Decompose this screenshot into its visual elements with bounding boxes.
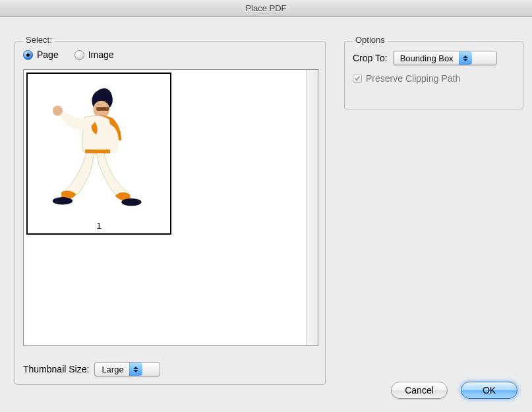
thumbnail-size-popup[interactable]: Large [94, 362, 160, 376]
select-group: Select: Page Image [15, 41, 326, 385]
check-icon [354, 75, 361, 82]
svg-rect-3 [85, 150, 110, 154]
popup-stepper-icon [129, 363, 142, 376]
page-radio-label: Page [37, 49, 59, 60]
options-group: Options Crop To: Bounding Box Preserve C… [344, 41, 523, 109]
svg-point-5 [121, 198, 141, 206]
select-mode-row: Page Image [23, 49, 114, 60]
crop-to-row: Crop To: Bounding Box [353, 51, 497, 65]
radio-indicator-icon [23, 50, 33, 60]
preserve-row: Preserve Clipping Path [353, 73, 460, 84]
artwork-icon [36, 84, 162, 210]
image-radio-label: Image [88, 49, 114, 60]
svg-point-2 [53, 105, 63, 115]
cancel-button[interactable]: Cancel [391, 382, 448, 399]
page-thumbnail-1[interactable]: 1 [26, 73, 171, 235]
thumbnail-size-value: Large [102, 365, 129, 374]
dialog-body: Select: Page Image [0, 17, 532, 412]
ok-button[interactable]: OK [461, 382, 517, 399]
preserve-label: Preserve Clipping Path [366, 73, 460, 84]
dialog-buttons: Cancel OK [391, 382, 517, 399]
page-thumbnails[interactable]: 1 [23, 69, 318, 346]
page-radio[interactable]: Page [23, 49, 59, 60]
options-legend: Options [353, 35, 388, 45]
scrollbar[interactable] [306, 70, 318, 345]
window-title: Place PDF [245, 3, 286, 13]
popup-stepper-icon [459, 51, 472, 65]
crop-to-label: Crop To: [353, 53, 388, 63]
svg-rect-1 [96, 107, 109, 111]
crop-to-value: Bounding Box [400, 53, 459, 63]
thumbnail-page-number: 1 [28, 220, 170, 231]
thumbnail-image [28, 74, 170, 220]
svg-point-4 [53, 197, 73, 204]
select-legend: Select: [23, 35, 55, 45]
thumbnail-size-label: Thumbnail Size: [23, 364, 89, 374]
cancel-button-label: Cancel [405, 385, 434, 396]
preserve-checkbox [353, 74, 362, 83]
radio-indicator-icon [74, 50, 84, 60]
image-radio[interactable]: Image [74, 49, 114, 60]
crop-to-popup[interactable]: Bounding Box [393, 51, 497, 65]
ok-button-label: OK [483, 385, 496, 396]
thumbnail-size-row: Thumbnail Size: Large [23, 362, 160, 376]
window-titlebar: Place PDF [0, 0, 532, 17]
